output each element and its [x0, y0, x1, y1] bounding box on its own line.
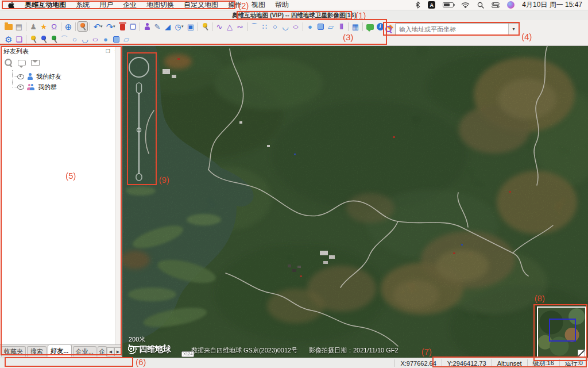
- person-pin-icon[interactable]: [142, 21, 152, 32]
- polygon-icon[interactable]: △: [225, 21, 235, 32]
- filled-circle-icon[interactable]: ●: [305, 21, 315, 32]
- tab-search[interactable]: 搜索: [27, 346, 47, 356]
- search-icon[interactable]: [385, 25, 393, 33]
- search-combo: ▾: [395, 23, 519, 35]
- friend-mail-icon[interactable]: [31, 60, 40, 66]
- document-icon[interactable]: ❏: [14, 34, 24, 44]
- siwei-earth-icon: [127, 345, 137, 354]
- scale-label: 200米: [129, 336, 145, 343]
- placemark-icon[interactable]: [200, 21, 210, 32]
- friend-search-icon[interactable]: [4, 58, 13, 67]
- curve-icon[interactable]: ∾: [235, 21, 245, 32]
- sidebar-scrollbar[interactable]: [115, 46, 121, 344]
- filled-rect-icon[interactable]: [315, 21, 326, 32]
- spotlight-icon[interactable]: [477, 0, 484, 10]
- settings-gear-icon[interactable]: ⚙: [3, 34, 14, 44]
- open-folder-icon[interactable]: [3, 21, 14, 32]
- search-dropdown-icon[interactable]: ▾: [508, 24, 519, 34]
- search-input[interactable]: [396, 24, 508, 34]
- friend-icon: [27, 73, 33, 80]
- polyline-icon[interactable]: ∿: [214, 21, 225, 32]
- menu-clock[interactable]: 4月10日 周一 15:47: [522, 0, 582, 10]
- toolbar-separator: [61, 22, 61, 31]
- toolbar-separator: [26, 22, 26, 31]
- grid-table-icon[interactable]: ▦: [350, 21, 361, 32]
- globe-icon[interactable]: ⊕: [63, 21, 74, 32]
- ellipse-icon[interactable]: ○: [288, 21, 303, 32]
- circle-icon[interactable]: ○: [270, 21, 280, 32]
- pin-yellow-icon[interactable]: [28, 34, 38, 44]
- tab-favorites[interactable]: 收藏夹: [1, 346, 26, 356]
- window-title-bar: 奥维互动地图 (VIP) -- 四维地球卫星影像图[16]: [0, 10, 588, 20]
- tree-item-my-groups[interactable]: 我的群: [8, 82, 122, 92]
- visibility-eye-icon[interactable]: [17, 74, 24, 79]
- menu-map-switch[interactable]: 地图切换: [146, 0, 174, 10]
- filled-polygon-icon[interactable]: ▱: [121, 34, 131, 44]
- friends-panel: 好友列表 ❐ × 我的好友 我的群 收藏夹: [0, 46, 122, 356]
- tab-enterprise2[interactable]: 企: [98, 346, 107, 356]
- toolbar-separator: [140, 22, 140, 31]
- delete-icon[interactable]: [117, 21, 127, 32]
- wifi-icon[interactable]: [461, 0, 470, 10]
- info-icon[interactable]: i: [375, 21, 385, 32]
- friends-panel-actions: [0, 56, 122, 69]
- pin-tool-icon[interactable]: [78, 21, 88, 32]
- battery-icon[interactable]: [443, 2, 454, 7]
- pin-blue-icon[interactable]: [38, 34, 49, 44]
- stamp-icon[interactable]: ♟: [28, 21, 38, 32]
- visibility-eye-icon[interactable]: [17, 85, 24, 90]
- map-viewport[interactable]: 200米 四维地球 数据来自四维地球 GS京(2023)0012号 影像拍摄日期…: [122, 46, 588, 358]
- menu-app-name[interactable]: 奥维互动地图: [25, 0, 66, 10]
- arc-icon[interactable]: ⌒: [249, 21, 260, 32]
- menu-help[interactable]: 帮助: [275, 0, 289, 10]
- circle-icon[interactable]: ○: [69, 34, 80, 44]
- tab-scroll-right-icon[interactable]: ▶: [114, 347, 122, 356]
- measure-icon[interactable]: ✎: [152, 21, 163, 32]
- minimap-resize-handle[interactable]: [578, 350, 585, 357]
- overview-minimap[interactable]: [537, 306, 586, 358]
- export-view-icon[interactable]: ▣: [185, 21, 196, 32]
- tab-scroll-left-icon[interactable]: ◀: [107, 347, 114, 356]
- bluetooth-icon[interactable]: [415, 0, 420, 10]
- history-dropdown-icon[interactable]: ▾: [181, 24, 185, 29]
- road-shield-label: X124: [181, 351, 194, 357]
- pin-green-icon[interactable]: [49, 34, 59, 44]
- tab-friends[interactable]: 好友...: [48, 344, 72, 356]
- tree-item-my-friends[interactable]: 我的好友: [8, 71, 122, 82]
- filled-polygon-icon[interactable]: ▱: [326, 21, 336, 32]
- ellipse-icon[interactable]: ○: [88, 34, 103, 44]
- minimap-viewport-rect[interactable]: [549, 319, 576, 342]
- bars-icon[interactable]: |||: [336, 21, 346, 32]
- save-icon[interactable]: ▤: [14, 21, 24, 32]
- menu-user[interactable]: 用户: [99, 0, 113, 10]
- input-source-icon[interactable]: A: [428, 1, 435, 9]
- siri-icon[interactable]: [507, 1, 514, 9]
- tree-item-label: 我的好友: [36, 72, 61, 81]
- elevation-chart-icon[interactable]: ◢: [163, 21, 173, 32]
- select-box-icon[interactable]: [127, 21, 138, 32]
- redo-dropdown-icon[interactable]: ▾: [113, 24, 117, 29]
- track-icon[interactable]: Ω: [49, 21, 59, 32]
- menu-operate[interactable]: 操作: [228, 0, 242, 10]
- menu-system[interactable]: 系统: [76, 0, 90, 10]
- friend-chat-icon[interactable]: [18, 60, 26, 66]
- menu-custom-map[interactable]: 自定义地图: [184, 0, 218, 10]
- favorites-star-icon[interactable]: ★: [38, 21, 49, 32]
- menu-enterprise[interactable]: 企业: [123, 0, 137, 10]
- tab-enterprise[interactable]: 企业...: [73, 346, 97, 356]
- undo-dropdown-icon[interactable]: ▾: [100, 24, 105, 29]
- chat-icon[interactable]: [365, 21, 375, 32]
- toolbar-separator: [348, 22, 349, 31]
- float-panel-icon[interactable]: ❐: [105, 48, 111, 55]
- satellite-imagery: [122, 46, 588, 358]
- toolbar-separator: [362, 22, 363, 31]
- toolbar-separator: [26, 35, 26, 44]
- address-search: ▾: [385, 23, 519, 35]
- arc-icon[interactable]: ⌒: [59, 34, 69, 44]
- control-center-icon[interactable]: [492, 0, 500, 10]
- multipoint-icon[interactable]: ∷: [260, 21, 270, 32]
- filled-rect-icon[interactable]: [111, 34, 121, 44]
- menu-view[interactable]: 视图: [252, 0, 265, 10]
- provider-name: 四维地球: [139, 344, 171, 355]
- apple-icon[interactable]: [8, 0, 15, 10]
